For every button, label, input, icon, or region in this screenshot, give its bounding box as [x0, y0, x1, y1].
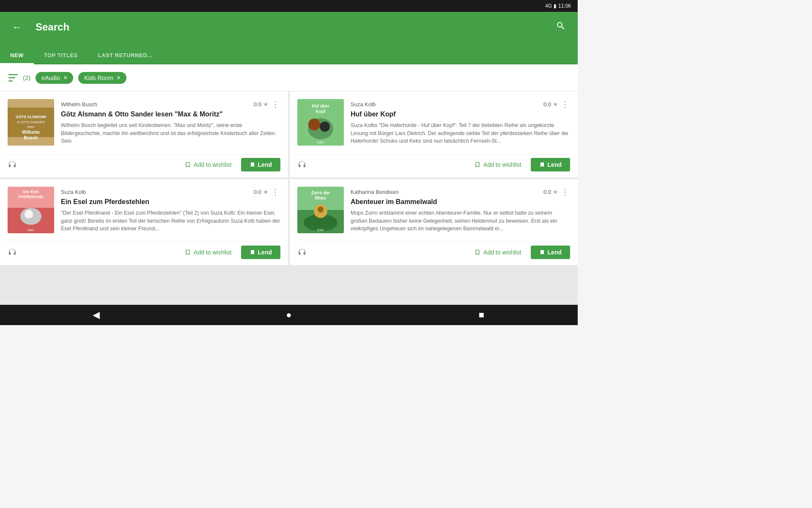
card-meta-3: Suza Kolb 0.0 ★ ⋮ [61, 187, 280, 197]
svg-text:lesen: lesen [27, 125, 35, 128]
rating-value-1: 0.0 [254, 101, 261, 108]
wishlist-label-3: Add to wishlist [194, 249, 231, 256]
svg-text:Huf über: Huf über [312, 104, 329, 108]
book-title-3: Ein Esel zum Pferdestehlen [61, 198, 280, 207]
page-title: Search [36, 21, 552, 33]
wishlist-btn-4[interactable]: Add to wishlist [470, 246, 525, 258]
tab-top-titles[interactable]: TOP TITLES [34, 52, 88, 64]
book-cover-4: Zorro der Mops DAV [297, 187, 344, 233]
more-menu-1[interactable]: ⋮ [270, 99, 280, 109]
card-header-3: Der Esel PFERDINAND DAV Suza Kolb 0.0 ★ … [8, 187, 280, 233]
svg-text:Zorro der: Zorro der [311, 190, 330, 195]
book-cover-1: GÖTZ ALSMANN & OTTO SANDER lesen Wilhelm… [8, 99, 54, 146]
author-3: Suza Kolb [61, 189, 86, 195]
svg-rect-1 [8, 77, 15, 78]
back-arrow-icon: ← [12, 21, 22, 33]
svg-text:Busch: Busch [24, 135, 38, 140]
filter-bar: (2) eAudio × Kids Room × [0, 64, 578, 91]
card-info-3: Suza Kolb 0.0 ★ ⋮ Ein Esel zum Pferdeste… [61, 187, 280, 233]
nav-recent-icon: ■ [479, 309, 484, 320]
headphone-icon-4 [297, 248, 307, 257]
card-header-2: Huf über Kopf DAV Suza Kolb 0.0 ★ ⋮ [297, 99, 570, 146]
book-cover-2: Huf über Kopf DAV [297, 99, 344, 146]
kids-room-chip-remove[interactable]: × [117, 75, 121, 81]
lend-btn-4[interactable]: Lend [531, 246, 570, 259]
more-menu-4[interactable]: ⋮ [560, 187, 570, 197]
battery-icon: ▮ [554, 3, 557, 9]
svg-point-12 [308, 119, 320, 130]
star-icon-2: ★ [553, 101, 558, 108]
author-4: Katharina Bendixen [351, 189, 398, 195]
more-menu-3[interactable]: ⋮ [270, 187, 280, 197]
headphone-icon-1 [8, 160, 17, 170]
wishlist-btn-1[interactable]: Add to wishlist [180, 159, 236, 171]
rating-4: 0.0 ★ ⋮ [543, 187, 570, 197]
books-grid: GÖTZ ALSMANN & OTTO SANDER lesen Wilhelm… [0, 91, 578, 265]
star-icon-4: ★ [553, 188, 558, 195]
rating-value-4: 0.0 [543, 189, 551, 195]
wishlist-label-2: Add to wishlist [483, 161, 521, 168]
time-display: 11:06 [558, 3, 571, 9]
signal-indicator: 4G [545, 3, 552, 9]
author-2: Suza Kolb [351, 101, 376, 108]
card-actions-3: Add to wishlist Lend [8, 242, 280, 259]
svg-point-28 [318, 207, 324, 213]
nav-back-button[interactable]: ◀ [84, 305, 109, 325]
rating-2: 0.0 ★ ⋮ [543, 99, 570, 109]
svg-text:DAV: DAV [317, 141, 324, 144]
status-icons: 4G ▮ 11:06 [545, 3, 571, 9]
eaudio-chip-remove[interactable]: × [63, 75, 67, 81]
tab-bar: NEW TOP TITLES LAST RETURNED... [0, 42, 578, 64]
rating-value-3: 0.0 [254, 189, 261, 195]
nav-home-icon: ● [286, 309, 291, 320]
nav-recent-button[interactable]: ■ [469, 305, 494, 325]
tab-last-returned[interactable]: LAST RETURNED... [88, 52, 163, 64]
kids-room-chip[interactable]: Kids Room × [78, 72, 126, 84]
lend-btn-3[interactable]: Lend [241, 246, 280, 259]
tab-new[interactable]: NEW [0, 52, 34, 64]
nav-home-button[interactable]: ● [276, 305, 302, 325]
svg-text:Der Esel: Der Esel [23, 190, 38, 194]
card-actions-1: Add to wishlist Lend [8, 154, 280, 171]
card-actions-2: Add to wishlist Lend [297, 154, 570, 171]
lend-btn-2[interactable]: Lend [531, 158, 570, 171]
more-menu-2[interactable]: ⋮ [560, 99, 570, 109]
card-info-2: Suza Kolb 0.0 ★ ⋮ Huf über Kopf Suza Kol… [351, 99, 570, 145]
wishlist-btn-3[interactable]: Add to wishlist [180, 246, 236, 258]
book-cover-3: Der Esel PFERDINAND DAV [8, 187, 54, 233]
back-button[interactable]: ← [8, 18, 25, 36]
filter-count: (2) [23, 74, 30, 81]
eaudio-chip[interactable]: eAudio × [36, 72, 73, 84]
star-icon-3: ★ [263, 188, 269, 195]
svg-text:PFERDINAND: PFERDINAND [18, 195, 44, 199]
content-area: GÖTZ ALSMANN & OTTO SANDER lesen Wilhelm… [0, 91, 578, 305]
search-button[interactable] [552, 17, 569, 37]
svg-text:DAV: DAV [27, 228, 35, 232]
card-info-4: Katharina Bendixen 0.0 ★ ⋮ Abenteuer im … [351, 187, 570, 233]
rating-1: 0.0 ★ ⋮ [254, 99, 280, 109]
app-bar: ← Search [0, 12, 578, 42]
book-card-3: Der Esel PFERDINAND DAV Suza Kolb 0.0 ★ … [0, 179, 288, 265]
svg-text:GÖTZ ALSMANN: GÖTZ ALSMANN [16, 115, 46, 119]
lend-label-1: Lend [258, 161, 272, 168]
lend-btn-1[interactable]: Lend [241, 158, 280, 171]
card-info-1: Wilhelm Busch 0.0 ★ ⋮ Götz Alsmann & Ott… [61, 99, 280, 145]
book-desc-4: Mops Zorro entstammt einer echten Abente… [351, 209, 570, 233]
svg-text:Kopf: Kopf [316, 109, 326, 114]
svg-point-20 [25, 210, 33, 218]
book-title-2: Huf über Kopf [351, 110, 570, 119]
wishlist-label-1: Add to wishlist [194, 161, 231, 168]
kids-room-chip-label: Kids Room [84, 75, 113, 81]
eaudio-chip-label: eAudio [41, 75, 60, 81]
wishlist-btn-2[interactable]: Add to wishlist [470, 159, 525, 171]
book-desc-2: Suza Kolbs "Die Haferhorde - Huf über Ko… [351, 121, 570, 145]
rating-3: 0.0 ★ ⋮ [254, 187, 280, 197]
svg-rect-0 [8, 74, 18, 75]
book-desc-3: "Der Esel Pferdinand - Ein Esel zum Pfer… [61, 209, 280, 233]
nav-back-icon: ◀ [93, 309, 100, 320]
book-desc-1: Wilhelm Busch begleitet uns seit Kindesb… [61, 121, 280, 145]
filter-icon[interactable] [8, 74, 18, 82]
headphone-icon-3 [8, 248, 17, 257]
lend-label-4: Lend [548, 249, 562, 256]
headphone-icon-2 [297, 160, 307, 170]
